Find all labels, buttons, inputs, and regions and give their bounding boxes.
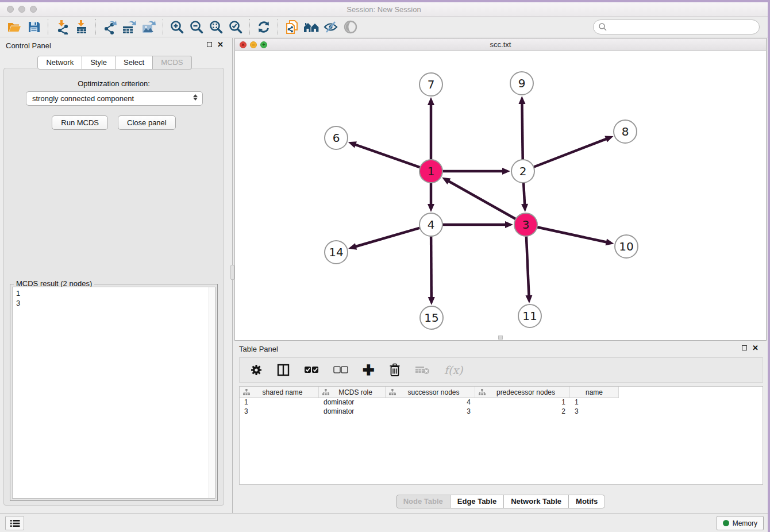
- column-header-successor-nodes[interactable]: successor nodes: [386, 387, 475, 398]
- delete-table-button: [415, 362, 430, 378]
- tab-network-table[interactable]: Network Table: [504, 495, 569, 508]
- eye-slash-icon: [323, 20, 339, 34]
- column-sort-icon: [479, 389, 486, 395]
- network-graph: 7968124314101511: [235, 51, 766, 340]
- mcds-panel: Optimization criterion: strongly connect…: [3, 68, 224, 506]
- table-cell: 3: [240, 407, 319, 417]
- tab-mcds[interactable]: MCDS: [153, 56, 191, 70]
- window-title: Session: New Session: [0, 5, 768, 14]
- table-toolbar: ✚ f(x): [239, 357, 763, 383]
- save-button[interactable]: [24, 18, 44, 36]
- graph-arrowhead: [505, 221, 513, 228]
- export-table-button[interactable]: [120, 18, 139, 36]
- table-cell: dominator: [319, 407, 386, 417]
- column-header-shared-name[interactable]: shared name: [240, 387, 319, 398]
- clone-network-button[interactable]: [282, 18, 302, 36]
- column-header-predecessor-nodes[interactable]: predecessor nodes: [475, 387, 570, 398]
- delete-column-button[interactable]: [389, 362, 401, 378]
- toolbar-separator: [95, 19, 96, 35]
- list-item[interactable]: 3: [16, 298, 215, 308]
- tab-network[interactable]: Network: [37, 56, 82, 70]
- search-input[interactable]: [607, 21, 759, 33]
- graph-edge-2-8: [534, 138, 607, 167]
- zoom-in-button[interactable]: [167, 18, 187, 36]
- zoom-selected-button[interactable]: [226, 18, 245, 36]
- select-all-icon: [304, 366, 319, 374]
- apply-function-button: f(x): [444, 362, 463, 378]
- table-cell: 3: [386, 407, 475, 417]
- apply-layout-button[interactable]: [254, 18, 274, 36]
- import-table-button[interactable]: [72, 18, 91, 36]
- select-all-button[interactable]: [304, 362, 319, 378]
- splitter-grip-icon[interactable]: [230, 265, 234, 280]
- gear-icon: [250, 364, 263, 376]
- mcds-result-group: MCDS result (2 nodes) 13: [10, 284, 218, 501]
- open-file-button[interactable]: [5, 18, 24, 36]
- graph-arrowhead: [428, 97, 434, 105]
- deselect-all-button[interactable]: [333, 362, 348, 378]
- column-header-name[interactable]: name: [570, 387, 619, 398]
- memory-button[interactable]: Memory: [717, 516, 764, 530]
- first-neighbors-button[interactable]: [302, 18, 321, 36]
- result-scrollbar[interactable]: [209, 287, 215, 498]
- close-panel-icon[interactable]: ✕: [217, 41, 224, 48]
- delete-table-icon: [415, 365, 430, 375]
- optimization-label: Optimization criterion:: [4, 79, 224, 88]
- run-mcds-button[interactable]: Run MCDS: [52, 115, 108, 130]
- zoom-in-icon: [170, 20, 184, 34]
- tab-style[interactable]: Style: [82, 56, 116, 70]
- export-image-button[interactable]: [139, 18, 159, 36]
- float-table-panel-icon[interactable]: [742, 345, 747, 350]
- graph-edge-3-10: [537, 227, 607, 242]
- close-panel-button[interactable]: Close panel: [118, 115, 176, 130]
- zoom-out-button[interactable]: [187, 18, 206, 36]
- tab-select[interactable]: Select: [116, 56, 153, 70]
- table-cell: 2: [475, 407, 570, 417]
- hide-style-button[interactable]: [321, 18, 341, 36]
- mcds-result-list[interactable]: 13: [12, 287, 215, 499]
- show-columns-button[interactable]: [277, 362, 290, 378]
- tab-edge-table[interactable]: Edge Table: [451, 495, 504, 508]
- list-item[interactable]: 1: [16, 288, 215, 298]
- table-row[interactable]: 3dominator323: [240, 407, 763, 417]
- table-tabs: Node TableEdge TableNetwork TableMotifs: [234, 495, 767, 508]
- search-box[interactable]: [593, 20, 760, 34]
- network-canvas[interactable]: 7968124314101511: [235, 51, 766, 340]
- graph-edge-1-6: [355, 144, 420, 167]
- memory-label: Memory: [733, 519, 757, 527]
- tab-node-table[interactable]: Node Table: [396, 495, 451, 508]
- graph-edge-4-15: [431, 236, 432, 298]
- close-table-panel-icon[interactable]: ✕: [752, 345, 759, 351]
- column-header-mcds-role[interactable]: MCDS role: [319, 387, 386, 398]
- task-history-button[interactable]: [5, 516, 24, 530]
- column-sort-icon: [322, 389, 329, 395]
- graph-edge-4-14: [355, 228, 420, 247]
- floppy-icon: [27, 20, 41, 34]
- export-table-icon: [121, 20, 137, 34]
- table-panel: Table Panel ✕: [234, 342, 767, 513]
- export-network-button[interactable]: [100, 18, 120, 36]
- table-row[interactable]: 1dominator411: [240, 398, 763, 407]
- graph-arrowhead: [518, 96, 525, 104]
- graph-edge-3-11: [526, 236, 529, 296]
- graph-node-label: 6: [333, 131, 340, 145]
- import-network-button[interactable]: [52, 18, 72, 36]
- tab-motifs[interactable]: Motifs: [569, 495, 605, 508]
- toolbar-separator: [48, 19, 48, 35]
- panel-splitter[interactable]: [230, 38, 234, 513]
- graph-node-label: 2: [519, 164, 527, 178]
- zoom-fit-button[interactable]: [206, 18, 226, 36]
- table-options-button[interactable]: [250, 362, 263, 378]
- table-cell: 4: [386, 398, 475, 407]
- float-panel-icon[interactable]: [207, 42, 212, 47]
- graph-node-label: 3: [522, 218, 530, 232]
- memory-status-icon: [723, 520, 729, 526]
- optimization-select[interactable]: strongly connected component: [26, 91, 203, 106]
- add-column-button[interactable]: ✚: [363, 362, 375, 378]
- status-bar: Memory: [0, 513, 770, 532]
- graph-arrowhead: [521, 204, 528, 212]
- control-panel-tabs: NetworkStyleSelectMCDS: [0, 56, 229, 70]
- zoom-out-icon: [189, 20, 204, 34]
- toolbar-separator: [249, 19, 250, 35]
- canvas-resize-handle-icon[interactable]: [498, 336, 503, 340]
